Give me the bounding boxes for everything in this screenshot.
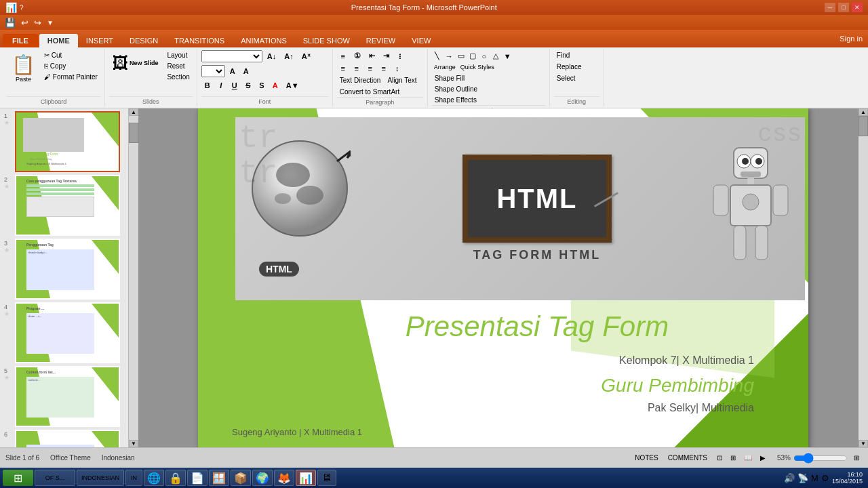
- slide-thumb-2[interactable]: 2 ★ Cara penggunaan Tag Textarea: [15, 175, 125, 236]
- reset-button[interactable]: Reset: [164, 61, 192, 71]
- layout-button[interactable]: Layout: [164, 50, 192, 60]
- taskbar-item-2[interactable]: 🔒: [165, 470, 186, 486]
- shape-rounded-rect[interactable]: ▢: [467, 50, 478, 62]
- scroll-down-button[interactable]: ▼: [129, 440, 138, 447]
- taskbar-item-indonesian[interactable]: INDONESIAN: [77, 470, 124, 486]
- tab-insert[interactable]: INSERT: [78, 34, 121, 47]
- vscroll-thumb[interactable]: [859, 116, 868, 136]
- left-vscroll[interactable]: ▲ ▼: [129, 108, 138, 447]
- tab-design[interactable]: DESIGN: [121, 34, 166, 47]
- columns-button[interactable]: ⫶: [394, 50, 406, 62]
- shape-triangle[interactable]: △: [490, 50, 501, 62]
- tab-home[interactable]: HOME: [39, 34, 78, 47]
- right-vscroll[interactable]: ▲ ▼: [859, 108, 868, 447]
- new-slide-button[interactable]: 🖼 New Slide: [109, 50, 162, 76]
- vscroll-down[interactable]: ▼: [859, 440, 868, 447]
- shape-effects-button[interactable]: Shape Effects: [432, 95, 527, 105]
- taskbar-item-7[interactable]: 🦊: [274, 470, 294, 486]
- slide-sorter-button[interactable]: ⊞: [727, 453, 739, 463]
- undo-quick-button[interactable]: ↩: [19, 17, 31, 28]
- color-button[interactable]: A: [269, 80, 281, 91]
- tab-slideshow[interactable]: SLIDE SHOW: [295, 34, 358, 47]
- taskbar-item-5[interactable]: 📦: [231, 470, 251, 486]
- bullets-button[interactable]: ≡: [337, 50, 349, 62]
- section-button[interactable]: Section: [164, 72, 192, 82]
- notes-button[interactable]: NOTES: [631, 453, 661, 463]
- decrease-indent-button[interactable]: ⇤: [366, 50, 378, 62]
- align-right-button[interactable]: ≡: [364, 63, 376, 74]
- tab-file[interactable]: FILE: [3, 34, 38, 47]
- close-button[interactable]: ✕: [852, 3, 863, 12]
- taskbar-item-4[interactable]: 🪟: [209, 470, 229, 486]
- shape-rect[interactable]: ▭: [456, 50, 467, 62]
- taskbar-item-6[interactable]: 🌍: [252, 470, 273, 486]
- zoom-slider[interactable]: [793, 453, 848, 463]
- tab-review[interactable]: REVIEW: [358, 34, 403, 47]
- cut-button[interactable]: ✂ Cut: [41, 50, 100, 60]
- customize-quick-button[interactable]: ▼: [45, 18, 56, 27]
- scroll-thumb[interactable]: [129, 123, 138, 143]
- italic-button[interactable]: I: [215, 80, 227, 91]
- replace-button[interactable]: Replace: [554, 62, 585, 72]
- numbering-button[interactable]: ①: [351, 50, 364, 62]
- start-button[interactable]: ⊞: [3, 470, 33, 486]
- arrange-button[interactable]: Arrange: [432, 62, 458, 72]
- taskbar-item-ofstart[interactable]: OF S...: [35, 470, 75, 486]
- taskbar-item-3[interactable]: 📄: [187, 470, 208, 486]
- slide-thumb-4[interactable]: 4 ★ Program ... <form ...>...: [15, 302, 125, 363]
- align-left-button[interactable]: ≡: [337, 63, 349, 74]
- taskbar-item-lang[interactable]: IN: [125, 470, 142, 486]
- tab-animations[interactable]: ANIMATIONS: [233, 34, 295, 47]
- normal-view-button[interactable]: ⊡: [713, 453, 726, 463]
- format-painter-button[interactable]: 🖌 Format Painter: [41, 72, 100, 82]
- select-button[interactable]: Select: [554, 73, 585, 83]
- paste-button[interactable]: 📋 Paste: [7, 50, 40, 96]
- reading-view-button[interactable]: 📖: [741, 453, 755, 463]
- shadow-button[interactable]: S: [256, 80, 268, 91]
- taskbar-item-9[interactable]: 🖥: [317, 470, 336, 486]
- maximize-button[interactable]: □: [838, 3, 849, 12]
- redo-quick-button[interactable]: ↪: [32, 17, 43, 28]
- tab-transitions[interactable]: TRANSITIONS: [166, 34, 233, 47]
- underline-button[interactable]: U: [229, 80, 241, 91]
- vscroll-up[interactable]: ▲: [859, 108, 868, 116]
- shape-more[interactable]: ▼: [502, 50, 513, 62]
- align-text-button[interactable]: Align Text: [384, 75, 419, 85]
- save-quick-button[interactable]: 💾: [3, 17, 18, 28]
- font-size-btn[interactable]: A: [226, 65, 239, 77]
- taskbar-icon-network[interactable]: 📡: [797, 473, 808, 483]
- slideshow-button[interactable]: ▶: [757, 453, 769, 463]
- scroll-up-button[interactable]: ▲: [129, 108, 138, 116]
- taskbar-item-ppt[interactable]: 📊: [296, 470, 316, 486]
- find-button[interactable]: Find: [554, 50, 585, 60]
- slide-thumb-5[interactable]: 5 ★ Contoh form list... <select>...: [15, 366, 125, 427]
- clear-format-button[interactable]: Aˣ: [298, 50, 314, 62]
- font-size-decrease[interactable]: A↓: [264, 50, 279, 62]
- slide-thumb-6[interactable]: 6: [15, 430, 125, 447]
- taskbar-icon-misc[interactable]: ⚙: [821, 473, 829, 483]
- text-direction-button[interactable]: Text Direction: [337, 75, 384, 85]
- copy-button[interactable]: ⎘ Copy: [41, 61, 100, 71]
- font-size-btn2[interactable]: A: [240, 65, 252, 77]
- taskbar-icon-sound[interactable]: 🔊: [784, 473, 795, 483]
- shape-oval[interactable]: ○: [479, 50, 490, 62]
- shape-line[interactable]: ╲: [432, 50, 443, 62]
- tab-view[interactable]: VIEW: [403, 34, 439, 47]
- align-center-button[interactable]: ≡: [351, 63, 363, 74]
- highlight-button[interactable]: A▼: [283, 80, 302, 91]
- taskbar-icon-m[interactable]: M: [811, 473, 818, 483]
- strikethrough-button[interactable]: S: [242, 80, 254, 91]
- minimize-button[interactable]: ─: [825, 3, 835, 12]
- slide-thumb-1[interactable]: 1 ★ Presentasi Tag Form Guru Pembimbing …: [15, 111, 125, 172]
- taskbar-item-1[interactable]: 🌐: [144, 470, 164, 486]
- increase-indent-button[interactable]: ⇥: [380, 50, 393, 62]
- convert-smartart-button[interactable]: Convert to SmartArt: [337, 87, 420, 97]
- shape-fill-button[interactable]: Shape Fill: [432, 73, 527, 83]
- font-size-increase[interactable]: A↑: [281, 50, 296, 62]
- fit-slide-button[interactable]: ⊞: [850, 453, 863, 463]
- justify-button[interactable]: ≡: [378, 63, 390, 74]
- slide-thumb-3[interactable]: 3 ★ Penggunaan Tag <html><body>...: [15, 239, 125, 300]
- bold-button[interactable]: B: [201, 80, 214, 91]
- font-size-select[interactable]: [201, 65, 225, 77]
- line-spacing-button[interactable]: ↕: [391, 63, 403, 74]
